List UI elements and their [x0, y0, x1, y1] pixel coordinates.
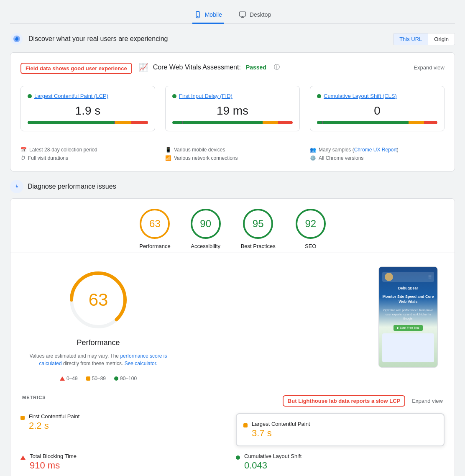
screenshot-bottom [382, 333, 434, 362]
tab-desktop[interactable]: Desktop [237, 7, 273, 24]
cwv-title: Core Web Vitals Assessment: [153, 64, 241, 71]
cwv-expand-link[interactable]: Expand view [414, 64, 445, 71]
gauge-value: 63 [89, 290, 108, 310]
cls-bar-orange [409, 121, 424, 124]
score-performance[interactable]: 63 Performance [139, 209, 170, 249]
tab-desktop-label: Desktop [250, 11, 271, 18]
performance-label: Performance [139, 243, 170, 249]
metric-cls-detail: Cumulative Layout Shift 0.043 [236, 453, 445, 471]
cwv-footer-row-2-1: 📱 Various mobile devices [165, 147, 300, 153]
cwv-footer: 📅 Latest 28-day collection period ⏱ Full… [20, 140, 445, 161]
discover-title: Discover what your real users are experi… [28, 35, 168, 43]
discover-icon [10, 32, 23, 46]
cwv-lcp-name[interactable]: Largest Contentful Paint (LCP) [28, 93, 148, 99]
cwv-footer-col-1: 📅 Latest 28-day collection period ⏱ Full… [20, 147, 155, 161]
metric-tbt: Total Blocking Time 910 ms [20, 453, 229, 471]
tbt-icon [20, 456, 26, 460]
cls-bar [317, 121, 437, 124]
lcp-bar-green [28, 121, 114, 124]
lcp-value-detail: 3.7 s [252, 428, 310, 439]
people-icon: 👥 [310, 147, 316, 153]
lcp-bar-orange [114, 121, 131, 124]
metric-fcp: First Contentful Paint 2.2 s [20, 413, 229, 446]
score-best-practices[interactable]: 95 Best Practices [241, 209, 276, 249]
field-data-badge: Field data shows good user experience [20, 63, 132, 74]
cls-info: Cumulative Layout Shift 0.043 [244, 453, 301, 471]
metrics-header-row: METRICS But Lighthouse lab data reports … [20, 395, 445, 407]
clock-icon: ⏱ [20, 155, 26, 161]
metrics-header-right: But Lighthouse lab data reports a slow L… [283, 395, 443, 407]
screenshot-header: ≡ [382, 272, 434, 282]
screenshot-cta: ▶ Start Free Trial [393, 325, 422, 331]
screenshot-brand: DebugBear [398, 286, 418, 290]
cls-name: Cumulative Layout Shift [244, 453, 301, 459]
fid-bar [172, 121, 293, 124]
diagnose-title: Diagnose performance issues [28, 183, 116, 190]
fid-bar-green [172, 121, 263, 124]
metric-lcp-highlight: Largest Contentful Paint 3.7 s [236, 413, 445, 446]
this-url-button[interactable]: This URL [393, 33, 428, 45]
metrics-expand-link[interactable]: Expand view [412, 398, 443, 404]
cwv-footer-col-3: 👥 Many samples (Chrome UX Report) ⚙️ All… [310, 147, 445, 161]
desktop-icon [239, 11, 246, 18]
lcp-row: Largest Contentful Paint 3.7 s [243, 421, 437, 439]
cls-dot [317, 94, 321, 98]
perf-detail-content: 63 Performance Values are estimated and … [10, 253, 455, 395]
best-practices-circle: 95 [243, 209, 273, 239]
perf-desc: Values are estimated and may vary. The p… [27, 352, 169, 367]
tab-mobile[interactable]: Mobile [192, 7, 224, 24]
mobile-icon [194, 11, 202, 18]
screenshot-logo [385, 273, 393, 281]
cwv-footer-col-2: 📱 Various mobile devices 📶 Various netwo… [165, 147, 300, 161]
best-practices-label: Best Practices [241, 243, 276, 249]
wifi-icon: 📶 [165, 155, 171, 161]
lcp-name: Largest Contentful Paint [252, 421, 310, 427]
calc-link[interactable]: See calculator. [125, 361, 158, 366]
legend-50-89: 50–89 [86, 376, 106, 381]
fcp-icon [20, 416, 25, 420]
chrome-icon: ⚙️ [310, 155, 316, 161]
discover-header: Discover what your real users are experi… [10, 32, 455, 46]
wrench-icon [13, 183, 20, 190]
svg-point-1 [197, 16, 198, 17]
lcp-dot [28, 94, 32, 98]
fid-value: 19 ms [172, 104, 293, 118]
lcp-value: 1.9 s [28, 104, 148, 118]
origin-button[interactable]: Origin [428, 33, 455, 45]
fid-bar-orange [263, 121, 278, 124]
lcp-bar-marker [114, 121, 115, 124]
score-accessibility[interactable]: 90 Accessibility [191, 209, 221, 249]
device-icon: 📱 [165, 147, 171, 153]
tbt-name: Total Blocking Time [30, 453, 77, 459]
cwv-title-group: 📈 Core Web Vitals Assessment: Passed ⓘ [139, 63, 280, 72]
calendar-icon: 📅 [20, 147, 27, 153]
metrics-label: METRICS [22, 395, 46, 400]
svg-point-10 [16, 186, 18, 188]
lcp-bar [28, 121, 148, 124]
cls-value-detail: 0.043 [244, 460, 301, 471]
cls-icon [236, 456, 240, 460]
legend-0-49: 0–49 [60, 376, 78, 381]
diagnose-header: Diagnose performance issues [10, 180, 455, 193]
chrome-ux-link[interactable]: Chrome UX Report [354, 147, 397, 153]
screenshot-menu: ≡ [428, 274, 432, 280]
circle-icon [114, 376, 118, 381]
cwv-footer-row-3-1: 👥 Many samples (Chrome UX Report) [310, 147, 445, 153]
cwv-footer-row-3-2: ⚙️ All Chrome versions [310, 155, 445, 161]
score-seo[interactable]: 92 SEO [296, 209, 326, 249]
info-icon[interactable]: ⓘ [274, 64, 280, 71]
screenshot-subtitle: Optimize web performance to improve user… [382, 308, 434, 320]
cls-bar-green [317, 121, 409, 124]
cls-value: 0 [317, 104, 437, 118]
cwv-cls-name[interactable]: Cumulative Layout Shift (CLS) [317, 93, 437, 99]
metrics-section: METRICS But Lighthouse lab data reports … [10, 395, 455, 476]
triangle-icon [60, 376, 65, 381]
diagnose-icon [10, 180, 23, 193]
legend-row: 0–49 50–89 90–100 [60, 376, 137, 381]
metrics-grid: First Contentful Paint 2.2 s Largest Con… [20, 413, 445, 471]
accessibility-circle: 90 [191, 209, 221, 239]
slow-lcp-badge: But Lighthouse lab data reports a slow L… [283, 395, 405, 407]
cwv-status: Passed [246, 64, 266, 71]
cls-bar-marker [322, 121, 323, 124]
cwv-fid-name[interactable]: First Input Delay (FID) [172, 93, 293, 99]
